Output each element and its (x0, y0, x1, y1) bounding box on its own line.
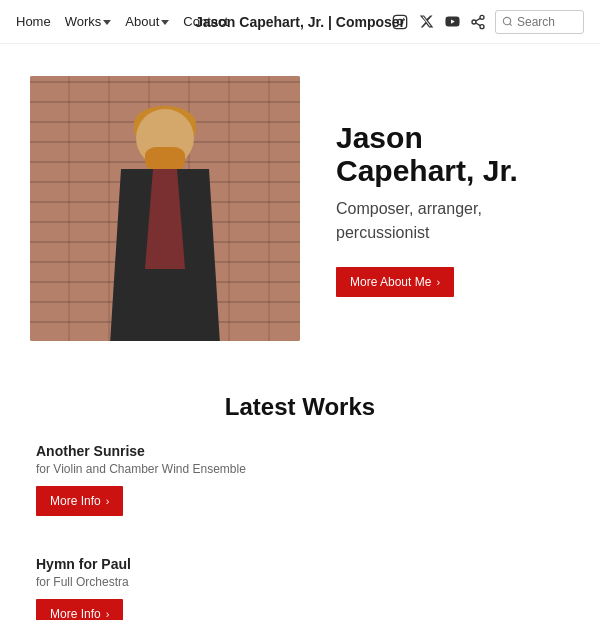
more-info-button-1[interactable]: More Info › (36, 486, 123, 516)
nav-home[interactable]: Home (16, 14, 51, 29)
more-about-me-button[interactable]: More About Me › (336, 267, 454, 297)
section-title: Latest Works (36, 393, 564, 421)
arrow-icon: › (106, 608, 110, 620)
chevron-down-icon (103, 20, 111, 25)
twitter-x-icon[interactable] (417, 13, 435, 31)
chevron-down-icon (161, 20, 169, 25)
youtube-icon[interactable] (443, 13, 461, 31)
hero-image (30, 76, 300, 341)
site-title: Jason Capehart, Jr. | Composer (195, 14, 405, 30)
svg-point-3 (480, 15, 484, 19)
work-subtitle-2: for Full Orchestra (36, 575, 564, 589)
svg-point-8 (503, 17, 510, 24)
svg-point-5 (480, 24, 484, 28)
arrow-icon: › (436, 276, 440, 288)
latest-works-section: Latest Works Another Sunrise for Violin … (0, 373, 600, 620)
hero-subtitle: Composer, arranger, percussionist (336, 197, 564, 245)
work-subtitle-1: for Violin and Chamber Wind Ensemble (36, 462, 564, 476)
search-box[interactable] (495, 10, 584, 34)
svg-line-6 (476, 23, 481, 26)
search-icon (502, 16, 513, 27)
main-nav: Home Works About Contact Jason Capehart,… (0, 0, 600, 44)
svg-line-7 (476, 18, 481, 21)
nav-works[interactable]: Works (65, 14, 112, 29)
work-item-1: Another Sunrise for Violin and Chamber W… (36, 443, 564, 536)
nav-about[interactable]: About (125, 14, 169, 29)
hero-text: Jason Capehart, Jr. Composer, arranger, … (336, 121, 564, 297)
svg-point-4 (472, 20, 476, 24)
share-icon[interactable] (469, 13, 487, 31)
work-item-2: Hymn for Paul for Full Orchestra More In… (36, 556, 564, 620)
svg-line-9 (510, 24, 512, 26)
hero-section: Jason Capehart, Jr. Composer, arranger, … (0, 44, 600, 373)
work-title-1: Another Sunrise (36, 443, 564, 459)
arrow-icon: › (106, 495, 110, 507)
person-figure (90, 101, 240, 341)
hero-name: Jason Capehart, Jr. (336, 121, 564, 187)
search-input[interactable] (517, 15, 577, 29)
work-title-2: Hymn for Paul (36, 556, 564, 572)
nav-icons (391, 10, 584, 34)
more-info-button-2[interactable]: More Info › (36, 599, 123, 620)
